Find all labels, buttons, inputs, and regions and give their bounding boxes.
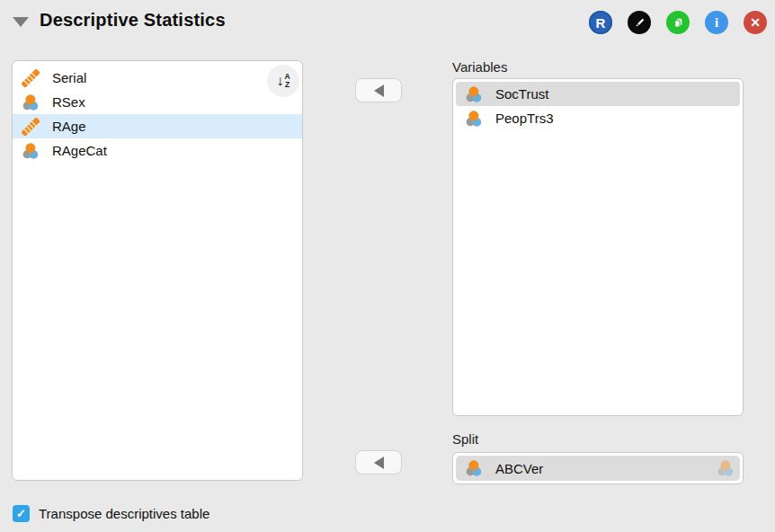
variable-label: RAgeCat: [52, 143, 107, 158]
arrow-left-icon: [374, 457, 384, 469]
variable-label: PeopTrs3: [495, 111, 553, 126]
info-icon: i: [715, 15, 718, 31]
transpose-option-row: ✓ Transpose descriptives table: [13, 505, 209, 522]
nominal-variable-icon: [465, 110, 483, 128]
continuous-variable-icon: [22, 118, 40, 136]
collapse-arrow-icon[interactable]: [13, 17, 29, 27]
transpose-checkbox[interactable]: ✓: [13, 505, 30, 522]
checkmark-icon: ✓: [16, 507, 26, 520]
nominal-variable-icon: [465, 85, 483, 103]
list-item-rage[interactable]: RAge: [13, 114, 302, 138]
continuous-variable-icon: [22, 69, 40, 87]
variable-label: ABCVer: [495, 461, 543, 476]
list-item-soctrust[interactable]: SocTrust: [456, 82, 740, 106]
page-title: Descriptive Statistics: [40, 10, 226, 31]
duplicate-icon: [672, 16, 685, 30]
nominal-variable-icon: [22, 93, 40, 111]
available-variables-list: Serial RSex RAge RAgeCat ↓ A Z: [12, 60, 303, 481]
pencil-icon: [633, 16, 646, 30]
variable-label: RAge: [52, 119, 86, 134]
split-box-label: Split: [452, 431, 478, 447]
edit-title-button[interactable]: [628, 11, 651, 34]
duplicate-analysis-button[interactable]: [666, 11, 690, 34]
variable-label: RSex: [52, 94, 85, 110]
split-box: ABCVer: [452, 452, 744, 484]
list-item-rsex[interactable]: RSex: [13, 90, 302, 114]
arrow-left-icon: [374, 84, 384, 97]
sort-a-z-icon: ↓ A Z: [276, 73, 290, 89]
variable-label: SocTrust: [495, 86, 548, 102]
variable-label: Serial: [52, 70, 86, 85]
list-item-abcver[interactable]: ABCVer: [456, 456, 740, 481]
r-icon: R: [596, 15, 606, 31]
header-actions: R i ✕: [589, 11, 767, 34]
list-item-peoptrs3[interactable]: PeopTrs3: [456, 106, 740, 130]
sort-variables-button[interactable]: ↓ A Z: [267, 65, 299, 97]
list-item-serial[interactable]: Serial: [13, 66, 302, 90]
close-analysis-button[interactable]: ✕: [744, 11, 767, 34]
nominal-variable-icon: [22, 142, 40, 160]
variables-box-label: Variables: [452, 59, 507, 75]
transpose-option-label: Transpose descriptives table: [39, 506, 209, 521]
variables-box: SocTrust PeopTrs3: [452, 78, 744, 416]
nominal-variable-icon: [465, 459, 483, 477]
list-item-ragecat[interactable]: RAgeCat: [13, 138, 302, 163]
r-syntax-button[interactable]: R: [589, 11, 612, 34]
close-icon: ✕: [750, 15, 761, 30]
move-to-split-button[interactable]: [355, 450, 402, 474]
descriptives-dialog: Descriptive Statistics R i ✕ Serial RSex: [0, 0, 775, 532]
info-button[interactable]: i: [705, 11, 728, 34]
nominal-ghost-icon: [717, 459, 735, 477]
move-to-variables-button[interactable]: [355, 78, 402, 102]
